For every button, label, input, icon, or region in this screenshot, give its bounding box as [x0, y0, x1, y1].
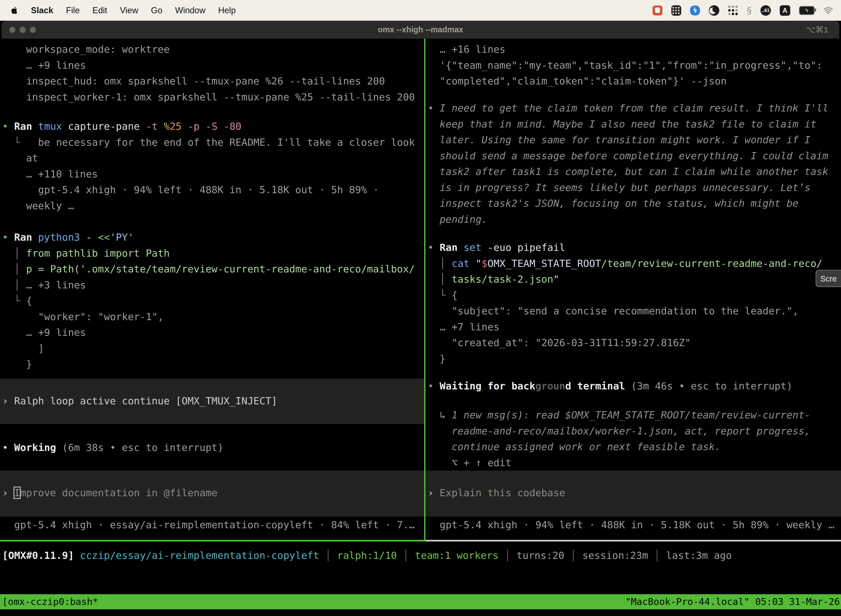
terminal-line: is in progress? It seems likely but perh… [428, 180, 841, 196]
terminal-window: workspace_mode: worktree … +9 lines insp… [0, 39, 841, 616]
terminal-line: task2 after task1 is complete, but can I… [428, 164, 841, 180]
terminal-line: keep that in mind. Maybe I also need the… [428, 116, 841, 132]
terminal-line: "created_at": "2026-03-31T11:59:27.816Z" [428, 335, 841, 351]
terminal-line: at [2, 150, 424, 166]
dots-grid-icon[interactable] [728, 6, 738, 15]
battery-icon[interactable]: ϟ [799, 6, 815, 15]
left-config-output: workspace_mode: worktree … +9 lines insp… [2, 41, 424, 105]
right-model-status-line: gpt-5.4 xhigh · 94% left · 488K in · 5.1… [428, 517, 841, 533]
terminal-line: … +9 lines [2, 324, 424, 340]
terminal-line: later. Using the same for transition mig… [428, 132, 841, 148]
tmux-status-bar: [omx-cczip0:bash* "MacBook-Pro-44.local"… [0, 594, 841, 609]
terminal-line: } [428, 351, 841, 367]
tmux-host-and-clock: "MacBook-Pro-44.local" 05:03 31-Mar-26 [625, 594, 841, 609]
keypad-app-icon[interactable] [671, 5, 681, 16]
terminal-line: "subject": "send a concise recommendatio… [428, 303, 841, 319]
right-ran-set-block: • Ran set -euo pipefail │ cat "$OMX_TEAM… [428, 239, 841, 367]
terminal-line: should send a message before completing … [428, 148, 841, 164]
tmux-session-name: [omx-cczip0:bash* [0, 594, 98, 609]
left-working-status: • Working (6m 38s • esc to interrupt) [2, 440, 424, 456]
terminal-line: } [2, 356, 424, 372]
terminal-line: › Explain this codebase [428, 485, 841, 501]
prompt-input-right[interactable]: › Explain this codebase [425, 471, 841, 517]
left-ran-tmux-capture-block: • Ran tmux capture-pane -t %25 -p -S -80… [2, 119, 424, 214]
left-model-status-line: gpt-5.4 xhigh · essay/ai-reimplementatio… [2, 517, 424, 533]
apple-icon[interactable] [11, 6, 18, 15]
terminal-line: inspect_hud: omx sparkshell --tmux-pane … [2, 73, 424, 89]
terminal-line: continue assigned work or next feasible … [428, 439, 841, 455]
terminal-line: "worker": "worker-1", [2, 309, 424, 325]
window-title: omx --xhigh --madmax [1, 25, 840, 34]
menu-bar: Slack File Edit View Go Window Help ϟ § … [0, 0, 841, 21]
menu-window[interactable]: Window [175, 6, 205, 15]
terminal-line: gpt-5.4 xhigh · essay/ai-reimplementatio… [2, 517, 424, 533]
terminal-line: ⌥ + ↑ edit [428, 455, 841, 471]
right-mailbox-message-block: ↳ 1 new msg(s): read $OMX_TEAM_STATE_ROO… [428, 407, 841, 471]
tmux-border-bottom-left [0, 540, 425, 541]
terminal-line: workspace_mode: worktree [2, 41, 424, 57]
terminal-line: … +110 lines [2, 166, 424, 182]
terminal-line: readme-and-reco/mailbox/worker-1.json, a… [428, 423, 841, 439]
terminal-line: │ cat "$OMX_TEAM_STATE_ROOT/team/review-… [428, 255, 841, 271]
terminal-line: inspect task2's JSON, focusing on the st… [428, 195, 841, 211]
terminal-line: └ be necessary for the end of the README… [2, 134, 424, 150]
terminal-line: │ p = Path('.omx/state/team/review-curre… [2, 261, 424, 277]
wifi-icon[interactable] [823, 7, 833, 14]
ralph-loop-banner: › Ralph loop active continue [OMX_TMUX_I… [0, 378, 424, 424]
menu-go[interactable]: Go [151, 6, 162, 15]
terminal-line: └ { [428, 287, 841, 303]
terminal-line: "completed","claim_token":"claim-token"}… [428, 73, 841, 89]
terminal-line: • I need to get the claim token from the… [428, 100, 841, 116]
window-shortcut-hint: ⌥⌘1 [806, 25, 828, 35]
terminal-line: gpt-5.4 xhigh · 94% left · 488K in · 5.1… [2, 182, 424, 198]
input-source-icon[interactable]: A [780, 5, 790, 16]
left-ran-python-block: • Ran python3 - <<'PY' │ from pathlib im… [2, 229, 424, 372]
right-thinking-block: • I need to get the claim token from the… [428, 100, 841, 227]
menu-bar-status-icons: ϟ § ..61 A ϟ [652, 5, 841, 16]
dark-crescent-app-icon[interactable] [709, 5, 719, 16]
terminal-line: • Ran python3 - <<'PY' [2, 229, 424, 245]
menu-edit[interactable]: Edit [92, 6, 107, 15]
terminal-line: … +16 lines [428, 41, 841, 57]
tmux-pane-right[interactable]: … +16 lines '{"team_name":"my-team","tas… [425, 39, 841, 540]
messenger-bolt-icon[interactable]: ϟ [690, 6, 700, 15]
menu-app-slack[interactable]: Slack [31, 6, 53, 15]
terminal-line: • Ran set -euo pipefail [428, 239, 841, 255]
menu-file[interactable]: File [66, 6, 80, 15]
omx-status-line: [OMX#0.11.9] cczip/essay/ai-reimplementa… [2, 547, 841, 563]
tmux-pane-left[interactable]: workspace_mode: worktree … +9 lines insp… [0, 39, 424, 540]
terminal-line: gpt-5.4 xhigh · 94% left · 488K in · 5.1… [428, 517, 841, 533]
right-waiting-status: • Waiting for background terminal (3m 46… [428, 378, 841, 394]
terminal-line: • Ran tmux capture-pane -t %25 -p -S -80 [2, 119, 424, 134]
menu-bar-left: Slack File Edit View Go Window Help [0, 6, 236, 15]
terminal-line: │ from pathlib import Path [2, 245, 424, 261]
chat-app-icon[interactable] [652, 6, 662, 15]
menu-help[interactable]: Help [218, 6, 236, 15]
terminal-line: inspect_worker-1: omx sparkshell --tmux-… [2, 89, 424, 105]
screenshot-notification[interactable]: Scre [816, 270, 841, 287]
terminal-line: ] [2, 340, 424, 356]
terminal-line: │ tasks/task-2.json" [428, 271, 841, 287]
terminal-line: pending. [428, 211, 841, 227]
terminal-line: ↳ 1 new msg(s): read $OMX_TEAM_STATE_ROO… [428, 407, 841, 423]
terminal-line: │ … +3 lines [2, 277, 424, 293]
terminal-line: '{"team_name":"my-team","task_id":"1","f… [428, 57, 841, 73]
terminal-line: └ { [2, 293, 424, 309]
terminal-line: … +9 lines [2, 57, 424, 73]
terminal-line: • Working (6m 38s • esc to interrupt) [2, 440, 424, 456]
terminal-line: [OMX#0.11.9] cczip/essay/ai-reimplementa… [2, 547, 841, 563]
right-json-arg-output: … +16 lines '{"team_name":"my-team","tas… [428, 41, 841, 89]
menu-view[interactable]: View [120, 6, 138, 15]
terminal-line: › Ralph loop active continue [OMX_TMUX_I… [2, 393, 424, 409]
terminal-line: … +7 lines [428, 319, 841, 335]
terminal-line: › Improve documentation in @filename [2, 485, 424, 501]
window-title-bar[interactable]: omx --xhigh --madmax ⌥⌘1 [1, 21, 840, 39]
terminal-line: • Waiting for background terminal (3m 46… [428, 378, 841, 394]
squiggle-status-icon[interactable]: § [747, 5, 752, 16]
terminal-line: weekly … [2, 198, 424, 214]
count-badge-icon[interactable]: ..61 [760, 5, 771, 16]
prompt-input-left[interactable]: › Improve documentation in @filename [0, 471, 424, 517]
